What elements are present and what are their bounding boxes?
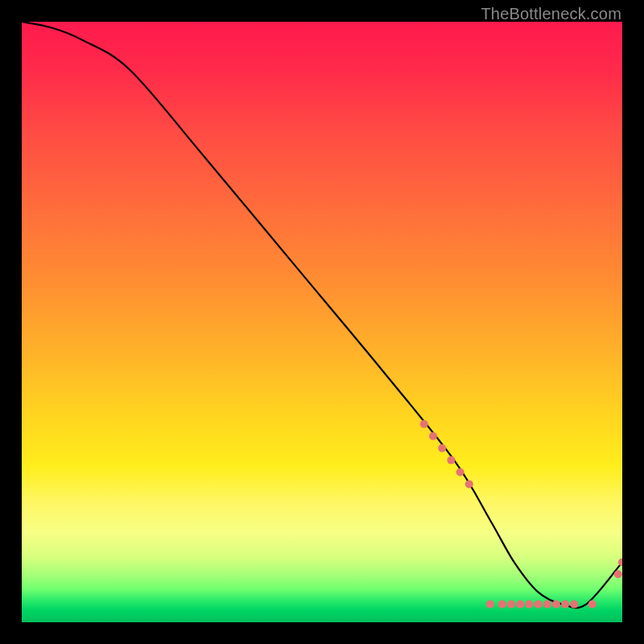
data-point xyxy=(561,601,569,609)
data-point xyxy=(525,601,533,609)
data-point xyxy=(614,570,622,578)
data-point xyxy=(516,601,524,609)
data-point xyxy=(570,601,578,609)
data-point xyxy=(429,432,437,440)
data-point xyxy=(447,456,455,464)
curve-line xyxy=(22,22,622,608)
plot-area xyxy=(22,22,622,622)
data-point xyxy=(420,420,428,428)
data-point xyxy=(588,601,597,609)
data-point xyxy=(552,601,560,609)
curve-overlay xyxy=(22,22,622,622)
data-point xyxy=(498,601,506,609)
curve-markers xyxy=(420,420,622,609)
data-point xyxy=(438,444,446,452)
data-point xyxy=(543,601,551,609)
data-point xyxy=(486,601,494,609)
data-point xyxy=(465,480,473,488)
data-point xyxy=(535,601,543,609)
watermark-text: TheBottleneck.com xyxy=(481,5,621,23)
chart-container: TheBottleneck.com xyxy=(0,0,644,644)
data-point xyxy=(456,469,464,477)
data-point xyxy=(507,601,515,609)
